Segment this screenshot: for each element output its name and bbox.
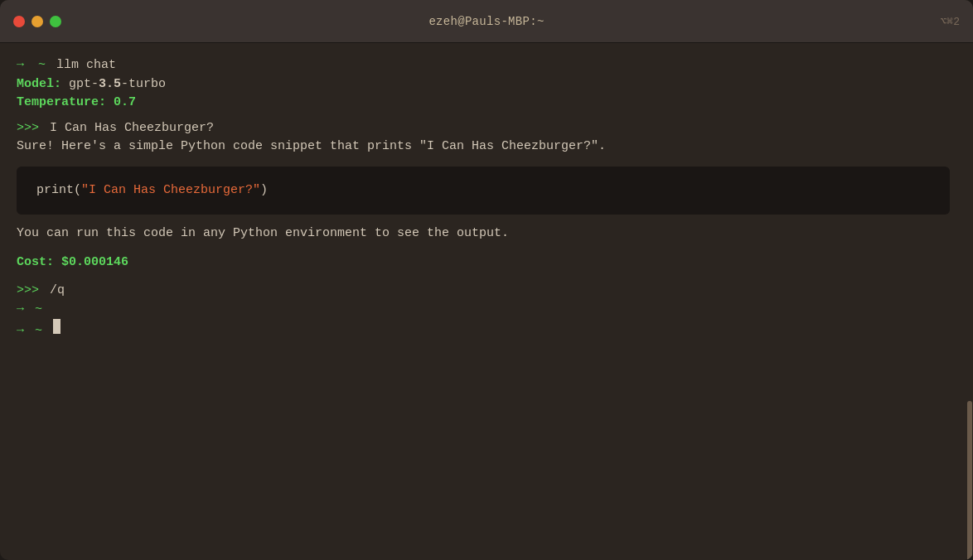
window-title: ezeh@Pauls-MBP:~ (428, 15, 544, 28)
close-button[interactable] (13, 16, 25, 27)
cost-value: $0.000146 (61, 253, 128, 273)
model-label: Model: (17, 75, 61, 94)
minimize-button[interactable] (31, 16, 43, 27)
arrow-icon-3: → (17, 322, 24, 341)
temperature-line: Temperature: 0.7 (17, 94, 956, 113)
cost-line: Cost: $0.000146 (17, 253, 956, 273)
cost-label: Cost: (17, 253, 54, 273)
traffic-lights (13, 16, 61, 27)
prompt-line-2: → ~ (17, 301, 956, 320)
terminal-window: ezeh@Pauls-MBP:~ ⌥⌘2 → ~ llm chat Model:… (0, 0, 973, 560)
tilde-2: ~ (35, 301, 42, 320)
temperature-label: Temperature: (17, 94, 106, 113)
response-text-1: Sure! Here's a simple Python code snippe… (17, 138, 606, 157)
temperature-value: 0.7 (114, 94, 136, 113)
code-string: "I Can Has Cheezburger?" (81, 183, 260, 197)
tilde-3: ~ (35, 322, 42, 341)
prompt-line-1: → ~ llm chat (17, 56, 956, 75)
response-line-2: You can run this code in any Python envi… (17, 224, 956, 244)
tilde-1: ~ (38, 56, 46, 75)
terminal-content[interactable]: → ~ llm chat Model: gpt- 3.5 -turbo Temp… (0, 43, 973, 560)
cursor (53, 319, 61, 334)
response-text-2: You can run this code in any Python envi… (17, 224, 509, 244)
scrollbar-thumb[interactable] (967, 401, 972, 560)
titlebar: ezeh@Pauls-MBP:~ ⌥⌘2 (0, 0, 973, 43)
prompt-chevrons-2: >>> (17, 282, 39, 301)
user-input: I Can Has Cheezburger? (42, 119, 214, 138)
model-value-bold: 3.5 (99, 75, 121, 94)
arrow-icon-2: → (17, 301, 24, 320)
code-line-1: print("I Can Has Cheezburger?") (36, 181, 930, 200)
response-line-1: Sure! Here's a simple Python code snippe… (17, 138, 956, 157)
quit-prompt-line: >>> /q (17, 282, 956, 301)
prompt-chevrons: >>> (17, 119, 39, 138)
code-func: print( (36, 183, 81, 197)
code-block: print("I Can Has Cheezburger?") (17, 167, 950, 215)
prompt-line-3: → ~ (17, 319, 956, 341)
user-prompt-line: >>> I Can Has Cheezburger? (17, 119, 956, 138)
scrollbar[interactable] (966, 86, 973, 560)
model-value-pre: gpt- (69, 75, 99, 94)
model-line: Model: gpt- 3.5 -turbo (17, 75, 956, 94)
quit-command: /q (42, 282, 65, 301)
maximize-button[interactable] (50, 16, 61, 27)
command-1: llm chat (56, 56, 116, 75)
keyboard-shortcut: ⌥⌘2 (941, 15, 960, 28)
model-value-post: -turbo (121, 75, 166, 94)
code-paren: ) (260, 183, 268, 197)
arrow-icon-1: → (17, 56, 24, 75)
